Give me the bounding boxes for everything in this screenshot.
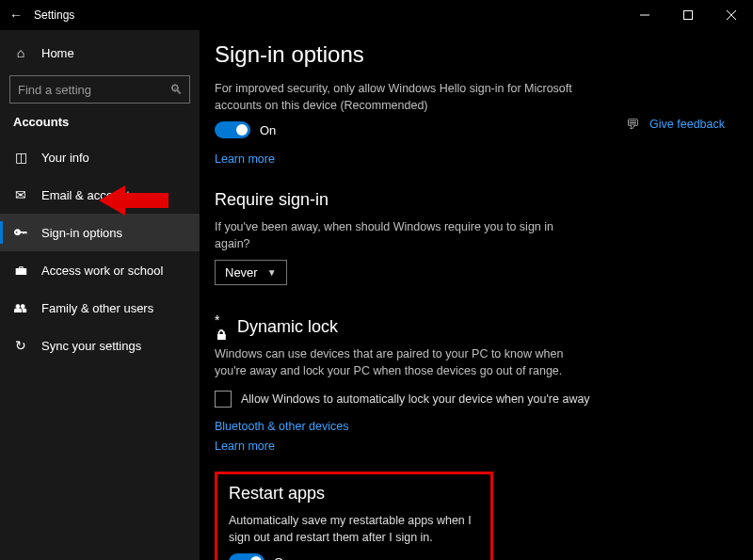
checkbox-box-icon xyxy=(215,391,232,408)
sidebar: ⌂ Home 🔍︎ Accounts ◫ Your info ✉︎ Email … xyxy=(0,30,200,560)
restart-apps-header: Restart apps xyxy=(229,484,479,504)
close-button[interactable] xyxy=(710,0,753,30)
give-feedback-link[interactable]: 💬︎ Give feedback xyxy=(625,117,725,132)
dynamic-lock-checkbox[interactable]: Allow Windows to automatically lock your… xyxy=(215,391,753,408)
sidebar-item-family-other-users[interactable]: 👥︎ Family & other users xyxy=(0,289,200,327)
require-signin-header: Require sign-in xyxy=(215,190,753,210)
user-card-icon: ◫ xyxy=(13,150,28,165)
search-input[interactable] xyxy=(9,75,190,104)
mail-icon: ✉︎ xyxy=(13,187,28,202)
toggle-switch-icon xyxy=(229,553,264,560)
sidebar-item-access-work-school[interactable]: 💼︎ Access work or school xyxy=(0,251,200,289)
sidebar-item-label: Access work or school xyxy=(41,264,163,278)
toggle-label: On xyxy=(274,555,290,561)
toggle-switch-icon xyxy=(215,121,250,138)
content-pane: Sign-in options For improved security, o… xyxy=(200,30,753,560)
restart-apps-highlight-box: Restart apps Automatically save my resta… xyxy=(215,472,493,560)
sidebar-item-label: Sign-in options xyxy=(41,226,122,240)
minimize-button[interactable] xyxy=(623,0,666,30)
chevron-down-icon: ▼ xyxy=(267,267,277,278)
home-button[interactable]: ⌂ Home xyxy=(0,36,200,70)
home-icon: ⌂ xyxy=(13,45,28,60)
svg-rect-1 xyxy=(684,11,693,20)
dropdown-value: Never xyxy=(225,265,258,280)
bluetooth-devices-link[interactable]: Bluetooth & other devices xyxy=(215,420,348,433)
window-title: Settings xyxy=(32,8,74,22)
toggle-label: On xyxy=(260,123,276,137)
feedback-label: Give feedback xyxy=(649,118,725,131)
sync-icon: ↻ xyxy=(13,338,28,353)
dynamic-lock-icon: *🔒︎ xyxy=(215,320,230,335)
hello-description: For improved security, only allow Window… xyxy=(215,81,591,114)
sidebar-item-label: Family & other users xyxy=(41,301,153,315)
learn-more-link[interactable]: Learn more xyxy=(215,152,275,166)
feedback-icon: 💬︎ xyxy=(625,117,640,132)
people-icon: 👥︎ xyxy=(13,300,28,315)
learn-more-link[interactable]: Learn more xyxy=(215,440,275,453)
titlebar: ← Settings xyxy=(0,0,753,30)
maximize-button[interactable] xyxy=(666,0,710,30)
sidebar-item-label: Your info xyxy=(41,151,89,165)
sidebar-item-label: Sync your settings xyxy=(41,339,141,353)
require-signin-dropdown[interactable]: Never ▼ xyxy=(215,260,287,285)
restart-apps-desc: Automatically save my restartable apps w… xyxy=(229,513,479,546)
restart-apps-toggle[interactable]: On xyxy=(229,553,479,560)
sidebar-item-your-info[interactable]: ◫ Your info xyxy=(0,138,200,176)
search-icon: 🔍︎ xyxy=(169,82,183,97)
home-label: Home xyxy=(41,46,74,60)
dynamic-lock-header-text: Dynamic lock xyxy=(237,317,338,337)
dynamic-lock-desc: Windows can use devices that are paired … xyxy=(215,346,591,379)
briefcase-icon: 💼︎ xyxy=(13,263,28,278)
dynamic-lock-header: *🔒︎ Dynamic lock xyxy=(215,317,753,337)
sidebar-group-header: Accounts xyxy=(0,115,200,138)
key-icon: 🔑︎ xyxy=(13,225,28,240)
page-title: Sign-in options xyxy=(215,41,753,68)
svg-marker-4 xyxy=(99,185,168,216)
require-signin-desc: If you've been away, when should Windows… xyxy=(215,219,591,252)
sidebar-item-sync-settings[interactable]: ↻ Sync your settings xyxy=(0,327,200,364)
annotation-arrow-icon xyxy=(99,184,168,217)
back-button[interactable]: ← xyxy=(0,8,32,23)
sidebar-item-sign-in-options[interactable]: 🔑︎ Sign-in options xyxy=(0,214,200,251)
checkbox-label: Allow Windows to automatically lock your… xyxy=(241,392,590,406)
